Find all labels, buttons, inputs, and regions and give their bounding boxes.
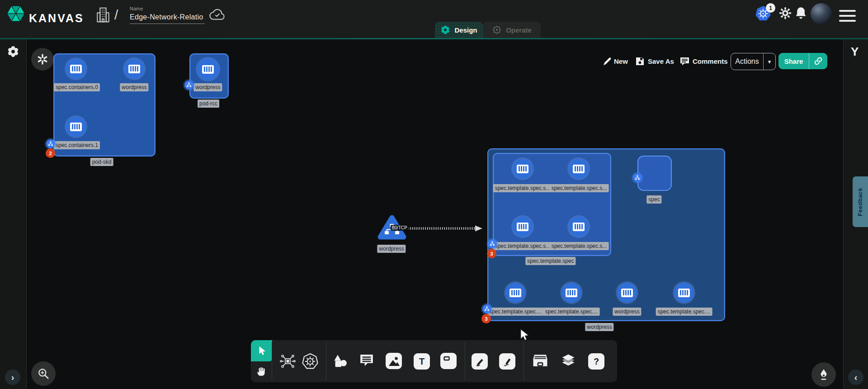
design-pen-button[interactable] [811, 362, 836, 387]
edge-port-label: 80/TCP [391, 225, 409, 231]
node-container[interactable] [197, 58, 219, 80]
text-tool[interactable]: T [414, 353, 430, 370]
drawer-tool[interactable] [532, 353, 548, 368]
node-label: spec.template.spec.s... [493, 242, 552, 250]
node-container[interactable] [674, 283, 694, 303]
hierarchy-icon[interactable] [488, 239, 497, 248]
notifications-bell-icon[interactable] [794, 6, 808, 20]
node-container[interactable] [505, 283, 525, 303]
meshery-spiral-icon[interactable] [7, 45, 19, 58]
tab-design[interactable]: Design [435, 22, 483, 38]
freehand-tool[interactable] [499, 353, 515, 370]
error-badge[interactable]: 3 [487, 249, 496, 258]
canvas-toolbar: T ? [251, 340, 617, 382]
context-count-badge: 1 [766, 3, 775, 13]
share-button[interactable]: Share [778, 53, 827, 69]
hierarchy-icon[interactable] [633, 173, 642, 182]
node-label: spec.template.spec.... [543, 308, 600, 316]
comment-tool[interactable] [359, 353, 374, 368]
error-badge[interactable]: 3 [481, 314, 491, 323]
new-button[interactable]: New [614, 57, 628, 65]
left-rail: › [0, 39, 27, 389]
save-icon[interactable] [635, 57, 645, 66]
node-container[interactable] [569, 217, 589, 237]
app-header: KANVAS / Name Edge-Network-Relatio Desig… [0, 0, 868, 38]
tab-operate[interactable]: Operate [483, 22, 541, 38]
node-label: wordpress [377, 245, 406, 253]
settings-gear-icon[interactable] [778, 6, 792, 20]
container-icon [573, 165, 585, 173]
collapse-panel-button[interactable]: ‹ [848, 370, 863, 385]
canvas-node-cluster[interactable] [31, 48, 54, 71]
user-avatar[interactable] [811, 3, 832, 24]
node-label: spec.template.spec.... [656, 308, 712, 316]
note-tool[interactable] [440, 353, 457, 369]
node-container[interactable] [561, 283, 581, 303]
hierarchy-icon[interactable] [184, 81, 193, 90]
design-name-input[interactable]: Edge-Network-Relatio [130, 13, 203, 21]
node-container[interactable] [617, 283, 637, 303]
network-edge[interactable] [405, 225, 483, 232]
feedback-tab[interactable]: Feedback [853, 176, 868, 227]
help-glyph: ? [588, 353, 604, 370]
comments-icon[interactable] [679, 57, 690, 66]
node-label: spec.template.spec.s... [550, 242, 609, 250]
node-container[interactable] [569, 159, 589, 179]
node-label: wordpress [120, 83, 148, 91]
toolbar-divider [524, 342, 524, 380]
container-icon [517, 165, 528, 173]
hierarchy-icon[interactable] [46, 139, 55, 148]
kubernetes-tool[interactable] [302, 353, 318, 370]
design-canvas[interactable]: spec.containers.0 wordpress spec.contain… [0, 0, 868, 389]
group-label: pod-rcc [198, 100, 219, 108]
text-tool-glyph: T [414, 353, 430, 370]
container-icon [566, 289, 577, 297]
chevron-down-icon[interactable]: ▾ [764, 58, 775, 65]
kanvas-logo-text[interactable]: KANVAS [29, 12, 84, 25]
hierarchy-icon[interactable] [482, 304, 491, 313]
node-label: wordpress [193, 83, 222, 91]
components-tool[interactable] [280, 353, 296, 369]
image-tool[interactable] [386, 353, 402, 369]
operate-tab-icon [492, 25, 502, 35]
y-logo[interactable]: Y [851, 45, 859, 59]
toolbar-divider [272, 342, 272, 380]
node-container[interactable] [513, 217, 533, 237]
node-label: spec.containers.0 [54, 83, 100, 91]
container-icon [202, 65, 214, 74]
menu-hamburger-icon[interactable] [839, 10, 856, 22]
node-label: spec [646, 195, 661, 204]
actions-button-label: Actions [731, 57, 763, 66]
node-spec[interactable] [637, 156, 672, 191]
feedback-label: Feedback [857, 187, 864, 216]
error-badge[interactable]: 2 [46, 148, 55, 158]
actions-button[interactable]: Actions ▾ [731, 53, 776, 70]
group-label: spec.template.spec [525, 257, 576, 265]
container-icon [678, 289, 690, 297]
node-label: spec.containers.1 [54, 141, 100, 149]
container-icon [128, 65, 140, 73]
expand-panel-button[interactable]: › [5, 370, 20, 385]
save-as-button[interactable]: Save As [648, 57, 674, 65]
pen-tool[interactable] [472, 353, 488, 370]
select-tool[interactable] [251, 340, 272, 361]
tab-design-label: Design [454, 26, 477, 34]
container-icon [509, 289, 521, 297]
node-container[interactable] [66, 59, 86, 79]
comments-button[interactable]: Comments [693, 57, 728, 65]
shapes-tool[interactable] [333, 354, 348, 369]
kanvas-logo-icon[interactable] [6, 4, 26, 24]
node-container[interactable] [66, 117, 86, 137]
node-container[interactable] [513, 159, 533, 179]
new-pencil-icon[interactable] [602, 57, 612, 66]
help-tool[interactable]: ? [588, 353, 604, 370]
copy-link-icon[interactable] [809, 57, 827, 66]
group-label: wordpress [585, 323, 613, 331]
header-accent-line [0, 38, 868, 39]
group-spec-template-spec[interactable] [493, 153, 611, 256]
node-container[interactable] [124, 59, 144, 79]
organization-icon[interactable] [96, 7, 110, 23]
pan-tool[interactable] [253, 363, 269, 380]
zoom-button[interactable] [31, 361, 56, 386]
layers-tool[interactable] [560, 353, 576, 368]
